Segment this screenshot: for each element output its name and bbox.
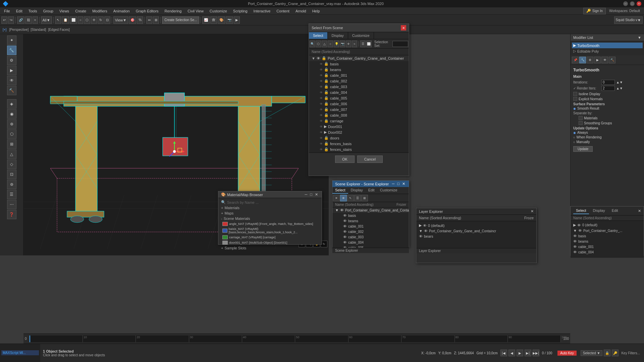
pin-stack-icon[interactable]: 📌	[572, 57, 579, 63]
sp-object-list[interactable]: ▶ 👁 0 (default) ▼ 👁 Port_Container_Gantr…	[571, 221, 644, 258]
menu-views[interactable]: Views	[57, 8, 72, 14]
sfs-all-icon[interactable]: ☰	[360, 41, 366, 47]
mb-minimize-button[interactable]: ─	[304, 192, 309, 197]
tool-6[interactable]: △	[7, 149, 16, 159]
le-item-default[interactable]: ▶ 👁 0 (default)	[418, 223, 535, 228]
sfs-close-button[interactable]: ✕	[401, 25, 406, 31]
materials-checkbox[interactable]	[579, 116, 583, 120]
move-button[interactable]: ✛	[91, 16, 97, 24]
iterations-input[interactable]	[601, 80, 615, 85]
sp-tab-display[interactable]: Display	[590, 207, 608, 214]
sfs-layer-icon[interactable]: ⬡	[316, 41, 321, 47]
menu-animation[interactable]: Animation	[111, 8, 132, 14]
se-grid-icon[interactable]: ⊞	[361, 195, 368, 201]
sfs-light-icon[interactable]: 💡	[334, 41, 339, 47]
mb-carriage-mat-item[interactable]: carriage_MAT (VRayMtl) [carriage]	[220, 235, 320, 240]
tool-7[interactable]: ◇	[7, 160, 16, 169]
mb-angle-mat-item[interactable]: angle_MAT (VRayMtl) [Front_angle, Hatch,…	[220, 221, 320, 227]
render-button[interactable]: ▶	[234, 16, 240, 24]
se-minimize-button[interactable]: ─	[391, 182, 396, 186]
sfs-item-cable002[interactable]: 👁 🔒 cable_002	[309, 78, 409, 84]
render-iters-input[interactable]	[601, 86, 615, 91]
mb-scene-materials-section[interactable]: - Scene Materials	[220, 216, 320, 221]
tool-10[interactable]: ☰	[7, 190, 16, 199]
workspace-dropdown[interactable]: Squid Studio v ▼	[614, 16, 643, 24]
tool-11[interactable]: ⋯	[7, 200, 16, 209]
menu-edit[interactable]: Edit	[13, 8, 25, 14]
sfs-item-cable005[interactable]: 👁 🔒 cable_005	[309, 95, 409, 101]
minimize-button[interactable]: ─	[623, 1, 628, 6]
se-item-basis[interactable]: 👁 basis	[332, 213, 409, 218]
redo-button[interactable]: ↪	[8, 16, 14, 24]
isoline-checkbox[interactable]	[573, 92, 577, 96]
se-item-cable002[interactable]: 👁 cable_002	[332, 229, 409, 234]
explicit-normals-checkbox[interactable]	[573, 97, 577, 101]
se-close-button[interactable]: ✕	[401, 182, 406, 186]
mb-baisis-mat-item[interactable]: baisis_MAT (VRayMtl) [basis,fences_basis…	[220, 227, 320, 235]
sfs-none-icon[interactable]: ⬜	[366, 41, 372, 47]
display-panel-btn[interactable]: 👁	[7, 76, 16, 85]
material-editor-button[interactable]: 🎨	[218, 16, 225, 24]
sfs-item-doors[interactable]: 👁 🔒 doors	[309, 135, 409, 141]
sfs-item-fences-basis[interactable]: 👁 🔒 fences_basis	[309, 141, 409, 146]
motion-panel-btn[interactable]: ▶	[7, 66, 16, 75]
select-by-name-button[interactable]: 📋	[62, 16, 69, 24]
se-tab-select[interactable]: Select	[332, 187, 348, 194]
menu-civil-view[interactable]: Civil View	[185, 8, 206, 14]
smoothing-groups-checkbox[interactable]	[579, 121, 583, 125]
se-item-cable001[interactable]: 👁 cable_001	[332, 224, 409, 229]
sfs-geo-icon[interactable]: △	[322, 41, 327, 47]
menu-modifiers[interactable]: Modifiers	[90, 8, 110, 14]
sfs-item-basis[interactable]: 👁 🔒 basis	[309, 61, 409, 67]
se-tab-edit[interactable]: Edit	[366, 187, 377, 194]
scale-button[interactable]: ⊡	[104, 16, 110, 24]
update-button[interactable]: Update	[573, 146, 593, 152]
unlink-button[interactable]: ⛓	[25, 16, 32, 24]
create-selection-set-button[interactable]: Create Selection Se...	[162, 16, 199, 24]
mb-maximize-button[interactable]: □	[309, 192, 313, 197]
se-item-cable003[interactable]: 👁 cable_003	[332, 234, 409, 240]
close-button[interactable]: ✕	[637, 1, 641, 6]
mb-sample-slots[interactable]: + Sample Slots	[220, 245, 320, 251]
sp-item-cable001[interactable]: 👁 cable_001	[572, 244, 642, 249]
sp-item-basis[interactable]: 👁 basis	[572, 233, 642, 239]
le-layer-list[interactable]: ▶ 👁 0 (default) ▼ 👁 Port_Container_Ganty…	[416, 221, 536, 248]
sfs-cam-icon[interactable]: 📷	[340, 41, 345, 47]
align-button[interactable]: ⊞	[153, 16, 159, 24]
se-list-icon[interactable]: ☰	[354, 195, 361, 201]
timeline-track[interactable]: 10 20 30 40 50 60 70 80 90 100	[30, 336, 561, 342]
percent-snap-button[interactable]: %	[137, 16, 143, 24]
maxscript-label[interactable]: MAXScript Ml...	[1, 350, 39, 355]
sfs-item-door001[interactable]: 👁 ▶ Door001	[309, 124, 409, 129]
se-item-beams[interactable]: 👁 beams	[332, 218, 409, 224]
sfs-helper-icon[interactable]: ✛	[346, 41, 351, 47]
undo-button[interactable]: ↩	[1, 16, 7, 24]
modify-panel-icon[interactable]: 🔧	[579, 57, 586, 63]
sp-item-container[interactable]: ▼ 👁 Port_Container_Gantry_...	[572, 228, 642, 233]
sfs-root-group[interactable]: ▼ 👁 🔒 Port_Container_Gantry_Crane_and_Co…	[309, 55, 409, 61]
sp-close-button[interactable]: ✕	[638, 209, 641, 213]
se-tab-customize[interactable]: Customize	[377, 187, 400, 194]
menu-graph-editors[interactable]: Graph Editors	[133, 8, 161, 14]
se-filter-icon[interactable]: ✕	[333, 195, 340, 201]
sfs-item-cable001[interactable]: 👁 🔒 cable_001	[309, 72, 409, 78]
sfs-item-cable008[interactable]: 👁 🔒 cable_008	[309, 112, 409, 118]
sign-in-button[interactable]: 🔑Sign In	[583, 8, 606, 14]
sfs-shape-icon[interactable]: ○	[328, 41, 333, 47]
hierarchy-icon[interactable]: ⚙	[587, 57, 593, 63]
se-tab-display[interactable]: Display	[348, 187, 366, 194]
sp-item-beams[interactable]: 👁 beams	[572, 239, 642, 244]
le-item-bears[interactable]: 👁 bears	[418, 234, 535, 239]
sfs-tab-select[interactable]: Select	[309, 32, 328, 39]
render-setup-button[interactable]: 📷	[226, 16, 233, 24]
le-close-button[interactable]: ✕	[531, 209, 534, 214]
modify-panel-btn[interactable]: 🔧	[7, 46, 16, 55]
selection-filter[interactable]: All ▼	[41, 16, 52, 24]
se-freeze-icon[interactable]: ❄	[340, 195, 347, 201]
sfs-tab-display[interactable]: Display	[328, 32, 348, 39]
sfs-filter-input[interactable]	[392, 41, 408, 47]
sp-tab-select[interactable]: Select	[573, 207, 589, 214]
tool-8[interactable]: ⊡	[7, 170, 16, 179]
se-item-cable004[interactable]: 👁 cable_004	[332, 240, 409, 245]
mb-maps-section[interactable]: + Maps	[220, 210, 320, 216]
